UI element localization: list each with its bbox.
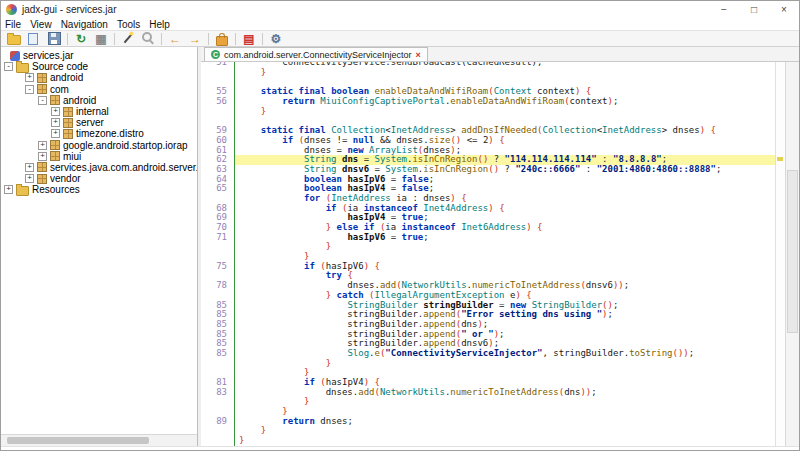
tree-item-label: android (63, 95, 96, 106)
minimize-button[interactable]: − (709, 1, 739, 18)
log-viewer-icon[interactable] (213, 31, 231, 46)
expand-icon[interactable]: + (38, 152, 47, 161)
package-icon (63, 118, 73, 128)
report-icon[interactable]: ▤ (240, 31, 258, 46)
menu-item-tools[interactable]: Tools (117, 19, 140, 30)
line-number: 65 (201, 184, 234, 194)
line-text: dnses.add(NetworkUtils.numericToInetAddr… (234, 388, 775, 398)
forward-icon[interactable]: → (186, 31, 204, 46)
expand-icon[interactable]: + (25, 174, 34, 183)
tree-item-miui[interactable]: +miui (1, 151, 197, 162)
open-file-icon[interactable] (5, 31, 23, 46)
title-bar: jadx-gui - services.jar −□× (1, 1, 799, 18)
scrollbar-thumb[interactable] (787, 170, 798, 333)
line-text: } (234, 436, 775, 446)
tree-item-label: services.jar (23, 50, 74, 61)
resources-folder-icon (16, 186, 29, 196)
code-line: 56 return MiuiConfigCaptivePortal.enable… (201, 97, 775, 107)
line-number (201, 426, 234, 436)
expand-icon[interactable]: + (51, 118, 60, 127)
toolbar-separator (161, 33, 162, 45)
editor-body: 51 connectivityService.sendBroadcast(cac… (201, 62, 799, 446)
highlight-marker[interactable] (777, 157, 783, 161)
collapse-icon[interactable]: - (38, 96, 47, 105)
menu-item-view[interactable]: View (30, 19, 52, 30)
tree-item-android[interactable]: -android (1, 95, 197, 106)
code-line: } (201, 68, 775, 78)
add-files-icon[interactable] (25, 31, 43, 46)
line-text: } (234, 68, 775, 78)
line-number (201, 359, 234, 369)
code-line: } (201, 107, 775, 117)
code-line: } (201, 426, 775, 436)
package-icon (37, 73, 47, 83)
vertical-scrollbar[interactable] (785, 62, 799, 446)
package-icon (63, 129, 73, 139)
line-number (201, 107, 234, 117)
close-button[interactable]: × (769, 1, 799, 18)
code-editor[interactable]: 51 connectivityService.sendBroadcast(cac… (201, 62, 775, 446)
menu-item-navigation[interactable]: Navigation (61, 19, 108, 30)
menu-item-file[interactable]: File (5, 19, 21, 30)
reload-icon[interactable]: ↻ (72, 31, 90, 46)
expand-icon[interactable]: + (51, 107, 60, 116)
toolbar-separator (262, 33, 263, 45)
expand-icon[interactable]: + (38, 141, 47, 150)
editor-tab[interactable]: C com.android.server.ConnectivityService… (204, 47, 428, 61)
line-text: } (234, 397, 775, 407)
menu-bar: FileViewNavigationToolsHelp (1, 18, 799, 30)
expand-icon[interactable]: + (25, 73, 34, 82)
tree-item-label: timezone.distro (76, 128, 144, 139)
search-icon[interactable] (139, 31, 157, 46)
expand-icon[interactable]: + (51, 129, 60, 138)
tree-item-services-java-com-android-server[interactable]: +services.java.com.android.server. (1, 162, 197, 173)
line-number: 89 (201, 417, 234, 427)
horizontal-scrollbar[interactable] (1, 434, 197, 446)
tab-bar: C com.android.server.ConnectivityService… (201, 47, 799, 62)
deobfuscation-icon[interactable]: ▦ (92, 31, 110, 46)
window-controls: −□× (709, 1, 799, 18)
save-all-icon[interactable] (45, 31, 63, 46)
collapse-icon[interactable]: - (4, 62, 13, 71)
package-icon (50, 151, 60, 161)
file-tree: services.jar-Source code+android-com-and… (1, 47, 197, 434)
tab-close-icon[interactable]: × (416, 50, 421, 60)
package-icon (63, 107, 73, 117)
toolbar-separator (114, 33, 115, 45)
expand-icon[interactable]: + (4, 185, 13, 194)
tree-item-label: server (76, 117, 104, 128)
line-number: 56 (201, 97, 234, 107)
line-text: } (234, 359, 775, 369)
tree-item-server[interactable]: +server (1, 117, 197, 128)
tree-item-internal[interactable]: +internal (1, 106, 197, 117)
quark-wand-icon[interactable] (119, 31, 137, 46)
toolbar: ↻▦←→▤⚙ (1, 30, 799, 47)
collapse-icon[interactable]: - (25, 85, 34, 94)
tree-item-source-code[interactable]: -Source code (1, 61, 197, 72)
tree-item-label: google.android.startop.iorap (63, 140, 188, 151)
line-number (201, 397, 234, 407)
menu-item-help[interactable]: Help (149, 19, 170, 30)
line-number: 75 (201, 262, 234, 272)
maximize-button[interactable]: □ (739, 1, 769, 18)
tree-item-resources[interactable]: +Resources (1, 184, 197, 195)
bottom-bar (1, 446, 799, 451)
expand-icon[interactable]: + (25, 163, 34, 172)
source-folder-icon (16, 63, 29, 73)
package-icon (50, 95, 60, 105)
tree-item-google-android-startop-iorap[interactable]: +google.android.startop.iorap (1, 140, 197, 151)
package-icon (37, 174, 47, 184)
tree-item-android[interactable]: +android (1, 72, 197, 83)
tree-item-services-jar[interactable]: services.jar (1, 50, 197, 61)
scrollbar-thumb[interactable] (7, 437, 149, 444)
tree-item-com[interactable]: -com (1, 84, 197, 95)
back-icon[interactable]: ← (166, 31, 184, 46)
toolbar-separator (208, 33, 209, 45)
tree-item-label: Source code (32, 61, 88, 72)
preferences-icon[interactable]: ⚙ (267, 31, 285, 46)
tree-item-vendor[interactable]: +vendor (1, 173, 197, 184)
jar-icon (10, 51, 20, 61)
tree-item-label: com (50, 84, 69, 95)
tree-item-timezone-distro[interactable]: +timezone.distro (1, 128, 197, 139)
package-icon (37, 84, 47, 94)
